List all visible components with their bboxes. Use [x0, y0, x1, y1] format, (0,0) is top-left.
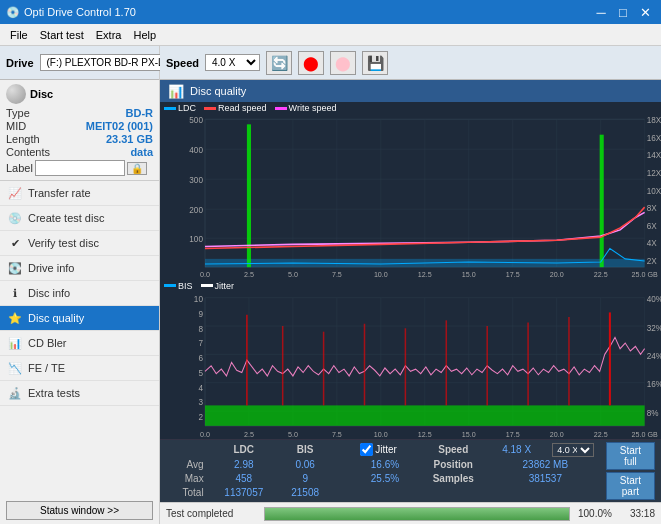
refresh-button[interactable]: 🔄 — [266, 51, 292, 75]
max-ldc: 458 — [210, 471, 278, 485]
write-speed-legend: Write speed — [275, 103, 337, 113]
nav-extra-tests[interactable]: 🔬 Extra tests — [0, 381, 159, 406]
bis-color — [164, 284, 176, 287]
svg-text:40%: 40% — [647, 293, 661, 304]
stats-row: LDC BIS Jitter Speed 4.18 X — [166, 442, 655, 500]
stats-table: LDC BIS Jitter Speed 4.18 X — [166, 442, 602, 500]
svg-text:22.5: 22.5 — [594, 429, 608, 438]
svg-text:0.0: 0.0 — [200, 429, 210, 438]
nav-drive-info[interactable]: 💽 Drive info — [0, 256, 159, 281]
nav-verify-test-disc-label: Verify test disc — [28, 237, 99, 249]
stats-avg-row: Avg 2.98 0.06 16.6% Position 23862 MB — [166, 457, 602, 471]
avg-ldc: 2.98 — [210, 457, 278, 471]
bottom-chart-svg: 10 9 8 7 6 5 4 3 2 40% 32% 24% 16% 8% — [160, 292, 661, 439]
contents-label: Contents — [6, 146, 50, 158]
jitter-label: Jitter — [215, 281, 235, 291]
status-window-button[interactable]: Status window >> — [6, 501, 153, 520]
svg-text:15.0: 15.0 — [462, 270, 476, 279]
samples-val: 381537 — [489, 471, 602, 485]
drive-toolbar: Drive (F:) PLEXTOR BD-R PX-LB950SA 1.06 … — [0, 46, 159, 80]
close-button[interactable]: ✕ — [635, 3, 655, 21]
menubar: File Start test Extra Help — [0, 24, 661, 46]
svg-text:16%: 16% — [647, 378, 661, 389]
svg-text:8: 8 — [198, 323, 203, 334]
drive-label: Drive — [6, 57, 34, 69]
write-speed-color — [275, 107, 287, 110]
top-chart-container: 500 400 300 200 100 18X 16X 14X 12X 10X … — [160, 114, 661, 280]
length-label: Length — [6, 133, 40, 145]
menu-file[interactable]: File — [4, 28, 34, 42]
svg-text:20.0: 20.0 — [550, 270, 564, 279]
position-label: Position — [418, 457, 489, 471]
menu-extra[interactable]: Extra — [90, 28, 128, 42]
write-speed-label: Write speed — [289, 103, 337, 113]
menu-start-test[interactable]: Start test — [34, 28, 90, 42]
svg-text:25.0 GB: 25.0 GB — [632, 429, 658, 438]
svg-text:300: 300 — [189, 176, 203, 185]
nav-disc-info[interactable]: ℹ Disc info — [0, 281, 159, 306]
disc-label-input[interactable] — [35, 160, 125, 176]
svg-text:22.5: 22.5 — [594, 270, 608, 279]
start-full-button[interactable]: Start full — [606, 442, 655, 470]
svg-text:6X: 6X — [647, 222, 658, 231]
svg-text:0.0: 0.0 — [200, 270, 210, 279]
nav-verify-test-disc[interactable]: ✔ Verify test disc — [0, 231, 159, 256]
length-value: 23.31 GB — [106, 133, 153, 145]
start-part-button[interactable]: Start part — [606, 472, 655, 500]
record-button2[interactable]: ⬤ — [330, 51, 356, 75]
avg-jitter: 16.6% — [352, 457, 417, 471]
maximize-button[interactable]: □ — [613, 3, 633, 21]
svg-text:16X: 16X — [647, 134, 661, 143]
nav-create-test-disc[interactable]: 💿 Create test disc — [0, 206, 159, 231]
disc-length-row: Length 23.31 GB — [6, 133, 153, 145]
disc-title: Disc — [6, 84, 153, 104]
titlebar-left: 💿 Opti Drive Control 1.70 — [6, 6, 136, 19]
chart-title: Disc quality — [190, 85, 246, 97]
svg-text:10X: 10X — [647, 187, 661, 196]
speed-selector[interactable]: 4.0 X — [205, 54, 260, 71]
svg-text:32%: 32% — [647, 322, 661, 333]
menu-help[interactable]: Help — [127, 28, 162, 42]
ldc-legend-color — [164, 107, 176, 110]
position-val: 23862 MB — [489, 457, 602, 471]
svg-text:12X: 12X — [647, 169, 661, 178]
jitter-checkbox-label: Jitter — [360, 443, 409, 456]
type-label: Type — [6, 107, 30, 119]
svg-text:2X: 2X — [647, 257, 658, 266]
verify-test-disc-icon: ✔ — [8, 236, 22, 250]
svg-text:14X: 14X — [647, 151, 661, 160]
jitter-color — [201, 284, 213, 287]
max-label: Max — [166, 471, 210, 485]
svg-text:17.5: 17.5 — [506, 429, 520, 438]
svg-text:5.0: 5.0 — [288, 270, 298, 279]
disc-type-row: Type BD-R — [6, 107, 153, 119]
top-chart-svg: 500 400 300 200 100 18X 16X 14X 12X 10X … — [160, 114, 661, 280]
nav-transfer-rate-label: Transfer rate — [28, 187, 91, 199]
svg-text:2.5: 2.5 — [244, 429, 254, 438]
nav-disc-quality[interactable]: ⭐ Disc quality — [0, 306, 159, 331]
jitter-legend: Jitter — [201, 281, 235, 291]
disc-title-text: Disc — [30, 88, 53, 100]
svg-text:5: 5 — [198, 367, 203, 378]
col-bis: BIS — [278, 442, 332, 457]
label-apply-button[interactable]: 🔒 — [127, 162, 147, 175]
svg-text:9: 9 — [198, 308, 203, 319]
svg-text:8X: 8X — [647, 204, 658, 213]
minimize-button[interactable]: ─ — [591, 3, 611, 21]
record-button1[interactable]: ⬤ — [298, 51, 324, 75]
charts-area: LDC Read speed Write speed — [160, 102, 661, 439]
titlebar-controls: ─ □ ✕ — [591, 3, 655, 21]
jitter-checkbox[interactable] — [360, 443, 373, 456]
svg-text:2: 2 — [198, 411, 203, 422]
disc-mid-row: MID MEIT02 (001) — [6, 120, 153, 132]
svg-text:2.5: 2.5 — [244, 270, 254, 279]
nav-transfer-rate[interactable]: 📈 Transfer rate — [0, 181, 159, 206]
svg-text:8%: 8% — [647, 407, 659, 418]
speed-select-stats[interactable]: 4.0 X — [552, 443, 594, 457]
col-ldc: LDC — [210, 442, 278, 457]
svg-text:25.0 GB: 25.0 GB — [632, 270, 658, 279]
nav-fe-te[interactable]: 📉 FE / TE — [0, 356, 159, 381]
nav-drive-info-label: Drive info — [28, 262, 74, 274]
save-button[interactable]: 💾 — [362, 51, 388, 75]
nav-cd-bler[interactable]: 📊 CD Bler — [0, 331, 159, 356]
